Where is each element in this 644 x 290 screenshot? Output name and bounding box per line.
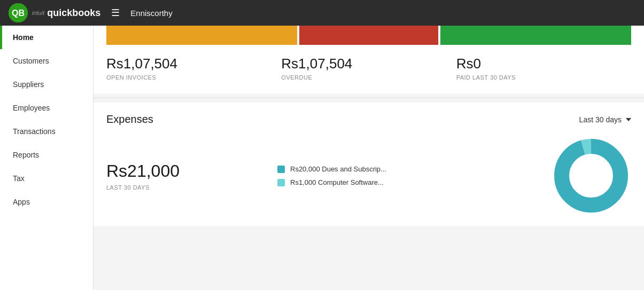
expenses-legend: Rs20,000 Dues and Subscrip... Rs1,000 Co…: [245, 165, 551, 186]
paid-amount: Rs0: [456, 56, 620, 72]
donut-chart-area: [551, 138, 631, 213]
overdue-label: OVERDUE: [281, 74, 445, 81]
expenses-header: Expenses Last 30 days: [106, 113, 631, 126]
legend-label-2: Rs1,000 Computer Software...: [290, 178, 384, 186]
main-content: Rs1,07,504 OPEN INVOICES Rs1,07,504 OVER…: [94, 26, 644, 290]
chevron-down-icon: [626, 118, 631, 121]
menu-icon[interactable]: ☰: [111, 7, 120, 19]
invoice-stats: Rs1,07,504 OPEN INVOICES Rs1,07,504 OVER…: [106, 56, 631, 81]
sidebar-item-suppliers[interactable]: Suppliers: [0, 73, 93, 96]
legend-dot-1: [277, 166, 285, 173]
sidebar-item-apps[interactable]: Apps: [0, 190, 93, 214]
legend-dot-2: [277, 179, 285, 186]
invoice-section: Rs1,07,504 OPEN INVOICES Rs1,07,504 OVER…: [94, 26, 644, 93]
legend-label-1: Rs20,000 Dues and Subscrip...: [290, 165, 386, 173]
period-label: Last 30 days: [579, 115, 622, 124]
app-layout: Home Customers Suppliers Employees Trans…: [0, 26, 644, 290]
expenses-amount: Rs21,000: [106, 161, 245, 181]
bar-overdue: [299, 26, 438, 45]
sidebar-item-customers[interactable]: Customers: [0, 49, 93, 73]
intuit-text: intuit: [32, 10, 44, 16]
sidebar-item-reports[interactable]: Reports: [0, 143, 93, 167]
quickbooks-text: quickbooks: [47, 7, 100, 19]
company-name: Enniscorthy: [130, 9, 172, 18]
open-invoices-amount: Rs1,07,504: [106, 56, 270, 72]
intuit-branding: intuit quickbooks: [32, 7, 100, 19]
legend-item-1: Rs20,000 Dues and Subscrip...: [277, 165, 551, 173]
bar-open-invoices: [106, 26, 297, 45]
quickbooks-logo: QB: [9, 3, 28, 22]
expenses-title: Expenses: [106, 113, 153, 126]
open-invoices-stat: Rs1,07,504 OPEN INVOICES: [106, 56, 281, 81]
sidebar-item-home[interactable]: Home: [0, 26, 93, 49]
sidebar-item-employees[interactable]: Employees: [0, 96, 93, 120]
sidebar-item-transactions[interactable]: Transactions: [0, 120, 93, 143]
bar-paid: [440, 26, 631, 45]
period-selector[interactable]: Last 30 days: [579, 115, 631, 124]
section-divider: [94, 98, 644, 98]
overdue-amount: Rs1,07,504: [281, 56, 445, 72]
expenses-body: Rs21,000 LAST 30 DAYS Rs20,000 Dues and …: [106, 138, 631, 213]
donut-chart: [554, 138, 629, 213]
paid-label: PAID LAST 30 DAYS: [456, 74, 620, 81]
svg-point-4: [570, 154, 612, 197]
expenses-section: Expenses Last 30 days Rs21,000 LAST 30 D…: [94, 103, 644, 226]
legend-item-2: Rs1,000 Computer Software...: [277, 178, 551, 186]
expenses-period: LAST 30 DAYS: [106, 184, 245, 191]
expenses-amount-area: Rs21,000 LAST 30 DAYS: [106, 161, 245, 191]
top-nav: QB intuit quickbooks ☰ Enniscorthy: [0, 0, 644, 26]
sidebar-item-tax[interactable]: Tax: [0, 167, 93, 190]
invoice-color-bar: [106, 26, 631, 45]
sidebar: Home Customers Suppliers Employees Trans…: [0, 26, 94, 290]
paid-stat: Rs0 PAID LAST 30 DAYS: [456, 56, 631, 81]
open-invoices-label: OPEN INVOICES: [106, 74, 270, 81]
svg-text:QB: QB: [12, 9, 25, 18]
overdue-stat: Rs1,07,504 OVERDUE: [281, 56, 456, 81]
logo-area: QB intuit quickbooks: [9, 3, 100, 22]
